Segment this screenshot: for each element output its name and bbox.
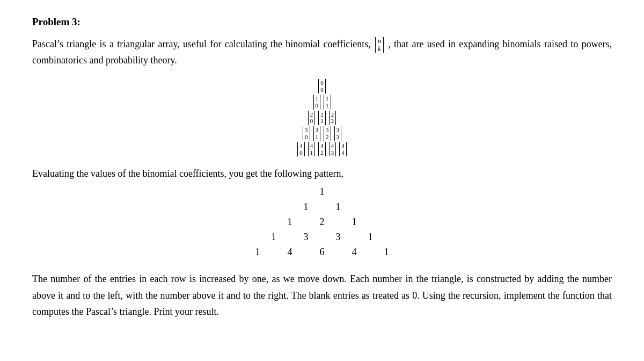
intro-text-before: Pascal’s triangle is a triangular array,… xyxy=(32,39,371,49)
intro-paragraph: Pascal’s triangle is a triangular array,… xyxy=(32,37,612,68)
problem-title: Problem 3: xyxy=(32,16,612,28)
num-cell-4-1: 4 xyxy=(274,247,306,257)
binom-2-2: 2 2 xyxy=(329,111,336,125)
binom-4-0: 4 0 xyxy=(297,142,305,156)
num-cell-0-0: 1 xyxy=(306,187,338,197)
binom-0-0: 0 0 xyxy=(318,79,326,93)
binom-1-1: 1 1 xyxy=(324,95,331,109)
binom-4-2: 4 2 xyxy=(318,142,326,156)
num-cell-1-1: 1 xyxy=(322,202,354,212)
numeric-pascal-triangle: 1 1 1 1 2 1 1 3 3 1 1 4 6 4 1 xyxy=(32,187,612,262)
num-cell-2-1: 2 xyxy=(306,217,338,227)
binom-4-1: 4 1 xyxy=(308,142,316,156)
num-row-4: 1 4 6 4 1 xyxy=(241,247,402,257)
binom-4-4: 4 4 xyxy=(339,142,347,156)
num-row-2: 1 2 1 xyxy=(274,217,370,227)
num-cell-4-0: 1 xyxy=(241,247,274,257)
binom-2-1: 2 1 xyxy=(318,111,326,125)
binom-1-0: 1 0 xyxy=(313,95,321,109)
bottom-paragraph: The number of the entries in each row is… xyxy=(32,271,612,320)
notation-row-1: 1 0 1 1 xyxy=(313,95,332,109)
num-cell-4-2: 6 xyxy=(306,247,338,257)
num-cell-3-3: 1 xyxy=(354,232,386,242)
num-cell-3-0: 1 xyxy=(258,232,290,242)
binom-3-3: 3 3 xyxy=(334,126,342,141)
binom-3-0: 3 0 xyxy=(303,126,310,141)
num-cell-4-4: 1 xyxy=(370,247,402,257)
num-cell-3-2: 3 xyxy=(322,232,354,242)
num-cell-2-2: 1 xyxy=(338,217,370,227)
evaluating-text: Evaluating the values of the binomial co… xyxy=(32,166,612,182)
num-cell-4-3: 4 xyxy=(338,247,370,257)
pascal-triangle-notation: 0 0 1 0 1 1 2 0 2 1 xyxy=(32,79,612,156)
notation-row-3: 3 0 3 1 3 2 3 3 xyxy=(302,126,342,141)
binom-4-3: 4 3 xyxy=(329,142,336,156)
num-cell-1-0: 1 xyxy=(290,202,322,212)
notation-row-4: 4 0 4 1 4 2 4 3 4 4 xyxy=(297,142,347,156)
problem-container: Problem 3: Pascal’s triangle is a triang… xyxy=(32,16,612,320)
num-row-1: 1 1 xyxy=(290,202,354,212)
num-row-3: 1 3 3 1 xyxy=(258,232,386,242)
num-row-0: 1 xyxy=(306,187,338,197)
notation-row-0: 0 0 xyxy=(318,79,326,93)
notation-row-2: 2 0 2 1 2 2 xyxy=(308,111,337,125)
binom-nk-inline: n k xyxy=(375,37,384,53)
num-cell-2-0: 1 xyxy=(274,217,306,227)
binom-3-2: 3 2 xyxy=(324,126,331,141)
binom-3-1: 3 1 xyxy=(313,126,321,141)
num-cell-3-1: 3 xyxy=(290,232,322,242)
binom-2-0: 2 0 xyxy=(308,111,316,125)
